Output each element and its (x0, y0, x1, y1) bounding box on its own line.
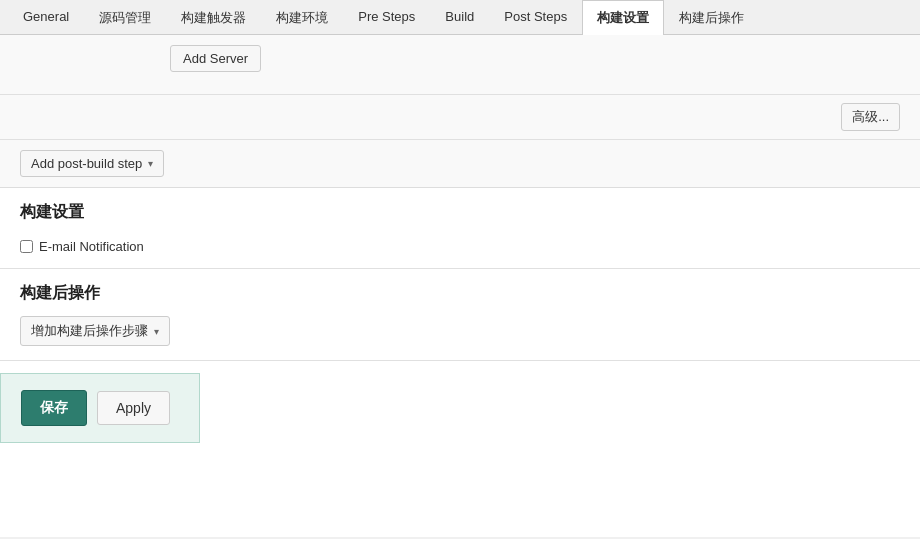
tab-bar: General源码管理构建触发器构建环境Pre StepsBuildPost S… (0, 0, 920, 35)
tab-build-settings[interactable]: 构建设置 (582, 0, 664, 35)
tab-post-build[interactable]: 构建后操作 (664, 0, 759, 35)
add-post-action-steps-label: 增加构建后操作步骤 (31, 322, 148, 340)
email-notification-label: E-mail Notification (39, 239, 144, 254)
post-action-dropdown-arrow-icon: ▾ (154, 326, 159, 337)
post-build-step-row: Add post-build step ▾ (0, 140, 920, 188)
build-settings-section: 构建设置 E-mail Notification (0, 188, 920, 269)
post-actions-title: 构建后操作 (20, 283, 900, 304)
add-post-build-step-label: Add post-build step (31, 156, 142, 171)
tab-pre-steps[interactable]: Pre Steps (343, 0, 430, 35)
bottom-action-area: 保存 Apply (0, 373, 200, 443)
advanced-row: 高级... (0, 95, 920, 140)
add-post-action-steps-button[interactable]: 增加构建后操作步骤 ▾ (20, 316, 170, 346)
apply-button[interactable]: Apply (97, 391, 170, 425)
tab-build-env[interactable]: 构建环境 (261, 0, 343, 35)
build-settings-title: 构建设置 (20, 202, 900, 223)
main-content: Add Server 高级... Add post-build step ▾ 构… (0, 35, 920, 537)
email-notification-row: E-mail Notification (20, 235, 900, 258)
dropdown-arrow-icon: ▾ (148, 158, 153, 169)
tab-post-steps[interactable]: Post Steps (489, 0, 582, 35)
add-server-button[interactable]: Add Server (170, 45, 261, 72)
advanced-button[interactable]: 高级... (841, 103, 900, 131)
email-notification-checkbox[interactable] (20, 240, 33, 253)
post-actions-section: 构建后操作 增加构建后操作步骤 ▾ (0, 269, 920, 361)
tab-build-trigger[interactable]: 构建触发器 (166, 0, 261, 35)
tab-general[interactable]: General (8, 0, 84, 35)
save-button[interactable]: 保存 (21, 390, 87, 426)
server-section: Add Server (0, 35, 920, 95)
tab-source-mgmt[interactable]: 源码管理 (84, 0, 166, 35)
tab-build[interactable]: Build (430, 0, 489, 35)
add-post-build-step-button[interactable]: Add post-build step ▾ (20, 150, 164, 177)
